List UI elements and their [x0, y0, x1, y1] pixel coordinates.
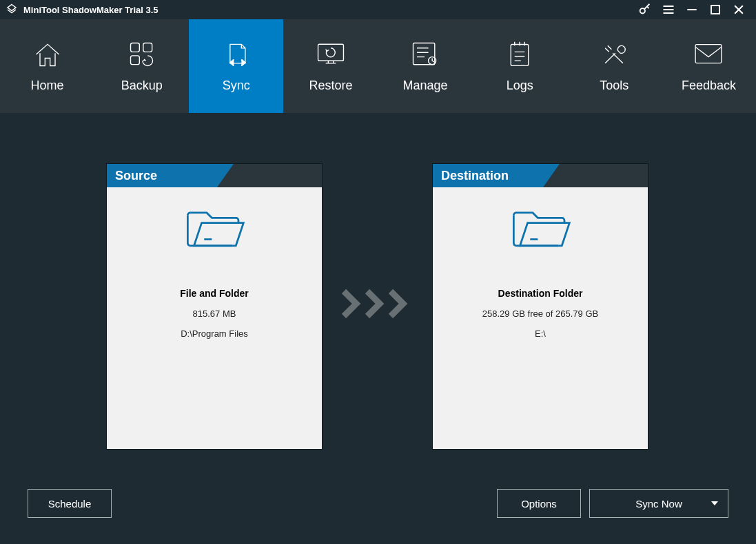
tab-tools-label: Tools [600, 79, 629, 93]
minimize-button[interactable] [680, 0, 704, 19]
direction-arrows-icon [341, 289, 417, 319]
source-card-header-label: Source [107, 164, 217, 187]
options-button-label: Options [521, 498, 557, 510]
source-size: 815.67 MB [193, 308, 236, 319]
destination-card[interactable]: Destination Destination Folder 258.29 GB… [432, 163, 648, 450]
svg-rect-4 [130, 55, 139, 64]
source-card[interactable]: Source File and Folder 815.67 MB D:\Prog… [106, 163, 323, 450]
tab-sync-label: Sync [223, 79, 250, 93]
source-title: File and Folder [180, 288, 249, 299]
tab-manage-label: Manage [403, 79, 448, 93]
feedback-icon [693, 40, 724, 69]
logs-icon [506, 40, 533, 69]
tools-icon [599, 40, 629, 69]
folder-open-icon [509, 204, 572, 255]
sync-icon [221, 40, 252, 69]
destination-path: E:\ [535, 328, 546, 339]
hamburger-menu-icon[interactable] [657, 0, 680, 19]
tab-logs-label: Logs [507, 79, 533, 93]
main-nav: Home Backup Sync Restore Manage Logs T [0, 19, 756, 113]
svg-rect-5 [318, 44, 343, 61]
destination-title: Destination Folder [498, 288, 583, 299]
svg-rect-1 [711, 6, 719, 14]
tab-restore[interactable]: Restore [283, 19, 378, 113]
source-path: D:\Program Files [181, 328, 248, 339]
destination-card-header: Destination [433, 164, 648, 187]
source-card-body: File and Folder 815.67 MB D:\Program Fil… [107, 187, 322, 449]
sync-now-button[interactable]: Sync Now [589, 489, 728, 518]
tab-sync[interactable]: Sync [189, 19, 283, 113]
svg-rect-3 [143, 43, 152, 52]
tab-backup-label: Backup [121, 79, 163, 93]
tab-backup[interactable]: Backup [94, 19, 189, 113]
svg-rect-8 [511, 44, 528, 65]
title-bar: MiniTool ShadowMaker Trial 3.5 [0, 0, 756, 19]
options-button[interactable]: Options [497, 489, 581, 518]
destination-card-header-label: Destination [433, 164, 543, 187]
destination-free: 258.29 GB free of 265.79 GB [482, 308, 598, 319]
restore-icon [314, 40, 347, 69]
source-card-header: Source [107, 164, 322, 187]
main-panel: Source File and Folder 815.67 MB D:\Prog… [0, 113, 756, 489]
tab-home[interactable]: Home [0, 19, 94, 113]
tab-manage[interactable]: Manage [378, 19, 473, 113]
schedule-button[interactable]: Schedule [28, 489, 112, 518]
sync-now-button-label: Sync Now [635, 498, 682, 510]
close-button[interactable] [727, 0, 750, 19]
svg-rect-2 [130, 43, 139, 52]
app-logo-icon [6, 3, 18, 16]
caret-down-icon [711, 501, 718, 505]
manage-icon [409, 40, 441, 69]
tab-home-label: Home [31, 79, 64, 93]
app-title: MiniTool ShadowMaker Trial 3.5 [23, 5, 159, 15]
home-icon [32, 40, 63, 69]
folder-open-icon [183, 204, 246, 255]
svg-rect-6 [413, 43, 435, 64]
footer: Schedule Options Sync Now [0, 489, 756, 544]
tab-feedback-label: Feedback [682, 79, 736, 93]
maximize-button[interactable] [704, 0, 727, 19]
destination-card-body: Destination Folder 258.29 GB free of 265… [433, 187, 648, 449]
svg-rect-9 [696, 44, 722, 63]
schedule-button-label: Schedule [48, 498, 92, 510]
tab-feedback[interactable]: Feedback [662, 19, 756, 113]
tab-restore-label: Restore [309, 79, 352, 93]
backup-icon [127, 40, 157, 69]
key-icon[interactable] [633, 0, 657, 19]
tab-logs[interactable]: Logs [473, 19, 567, 113]
tab-tools[interactable]: Tools [567, 19, 662, 113]
